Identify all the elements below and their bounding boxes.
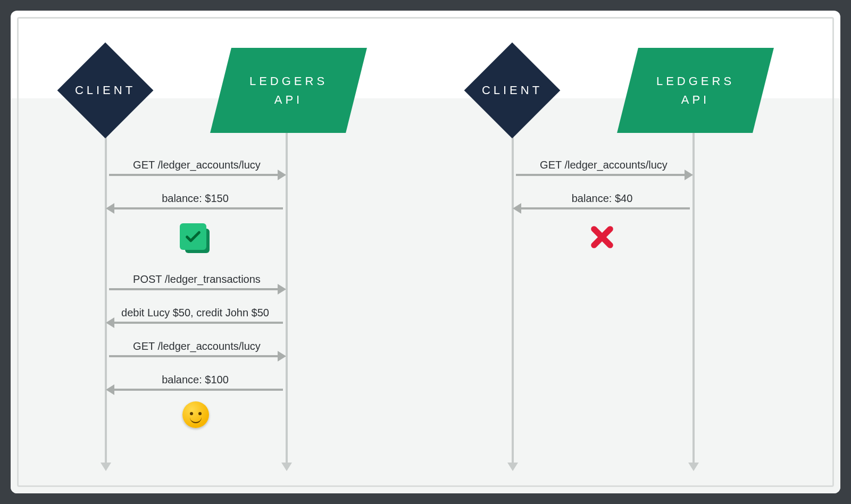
- participant-client-label: CLIENT: [57, 43, 153, 138]
- msg-left-1: GET /ledger_accounts/lucy: [109, 162, 285, 183]
- msg-left-5: GET /ledger_accounts/lucy: [109, 343, 285, 365]
- participant-api-right: LEDGERS API: [628, 48, 763, 133]
- msg-left-3: POST /ledger_transactions: [109, 276, 285, 298]
- check-icon: [180, 223, 210, 253]
- msg-label: GET /ledger_accounts/lucy: [109, 340, 285, 352]
- participant-api-label-line1: LEDGERS: [249, 72, 328, 90]
- participant-api-label-line2: API: [681, 90, 710, 109]
- msg-left-4: debit Lucy $50, credit John $50: [107, 310, 283, 331]
- msg-label: GET /ledger_accounts/lucy: [109, 159, 285, 171]
- msg-label: POST /ledger_transactions: [109, 273, 285, 285]
- participant-api-left: LEDGERS API: [221, 48, 356, 133]
- lifeline-client-left: [105, 101, 107, 463]
- participant-api-label-line2: API: [274, 90, 303, 109]
- msg-left-2: balance: $150: [107, 196, 283, 217]
- participant-api-label-line1: LEDGERS: [656, 72, 735, 90]
- msg-right-1: GET /ledger_accounts/lucy: [516, 162, 691, 183]
- lifeline-api-left: [286, 101, 288, 463]
- lifeline-api-right: [693, 101, 695, 463]
- msg-right-2: balance: $40: [514, 196, 690, 217]
- cross-icon: [588, 223, 616, 251]
- smiley-icon: [182, 401, 209, 428]
- msg-label: balance: $150: [107, 192, 283, 205]
- msg-label: balance: $40: [514, 192, 690, 205]
- participant-client-label: CLIENT: [464, 43, 560, 138]
- participant-client-right: CLIENT: [464, 43, 560, 138]
- msg-label: balance: $100: [107, 374, 283, 386]
- lifeline-client-right: [512, 101, 514, 463]
- diagram-canvas: CLIENT LEDGERS API GET /ledger_accounts/…: [11, 11, 840, 493]
- msg-label: debit Lucy $50, credit John $50: [107, 307, 283, 319]
- participant-client-left: CLIENT: [57, 43, 153, 138]
- msg-label: GET /ledger_accounts/lucy: [516, 159, 691, 171]
- msg-left-6: balance: $100: [107, 377, 283, 398]
